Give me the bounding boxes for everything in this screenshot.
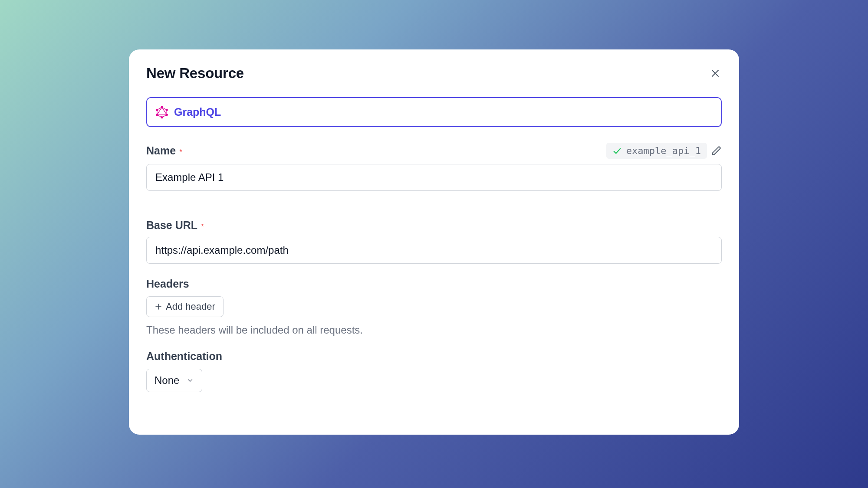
new-resource-modal: New Resource GraphQL Name * example_api_… <box>129 49 739 435</box>
close-button[interactable] <box>709 67 722 80</box>
add-header-label: Add header <box>166 301 215 312</box>
slug-pill: example_api_1 <box>606 143 707 159</box>
add-header-button[interactable]: Add header <box>146 296 224 317</box>
base-url-input[interactable] <box>146 237 722 264</box>
svg-point-7 <box>161 116 163 118</box>
headers-section: Headers Add header These headers will be… <box>146 278 722 336</box>
headers-label: Headers <box>146 278 722 290</box>
plus-icon <box>155 303 162 311</box>
authentication-label: Authentication <box>146 350 722 363</box>
modal-header: New Resource <box>146 65 722 82</box>
name-field-row: Name * example_api_1 <box>146 143 722 159</box>
slug-block: example_api_1 <box>606 143 722 159</box>
resource-type-label: GraphQL <box>174 106 221 118</box>
base-url-label-wrap: Base URL * <box>146 219 722 232</box>
svg-point-6 <box>166 114 168 115</box>
base-url-required-marker: * <box>201 223 204 230</box>
base-url-label: Base URL <box>146 219 197 231</box>
name-label-wrap: Name * <box>146 144 182 157</box>
headers-help-text: These headers will be included on all re… <box>146 324 722 336</box>
check-icon <box>612 146 622 156</box>
authentication-section: Authentication None <box>146 350 722 392</box>
svg-point-8 <box>156 114 158 115</box>
close-icon <box>710 68 720 79</box>
svg-point-4 <box>161 106 163 108</box>
svg-point-9 <box>156 109 158 111</box>
name-required-marker: * <box>180 148 182 156</box>
slug-text: example_api_1 <box>626 145 701 156</box>
chevron-down-icon <box>186 377 194 384</box>
svg-point-5 <box>166 109 168 111</box>
graphql-icon <box>156 106 168 118</box>
pencil-icon[interactable] <box>711 146 722 156</box>
authentication-select[interactable]: None <box>146 369 202 392</box>
base-url-section: Base URL * <box>146 219 722 264</box>
authentication-selected: None <box>155 374 179 386</box>
resource-type-selector[interactable]: GraphQL <box>146 97 722 127</box>
divider <box>146 205 722 205</box>
name-input[interactable] <box>146 164 722 191</box>
modal-title: New Resource <box>146 65 244 82</box>
name-label: Name <box>146 144 176 157</box>
